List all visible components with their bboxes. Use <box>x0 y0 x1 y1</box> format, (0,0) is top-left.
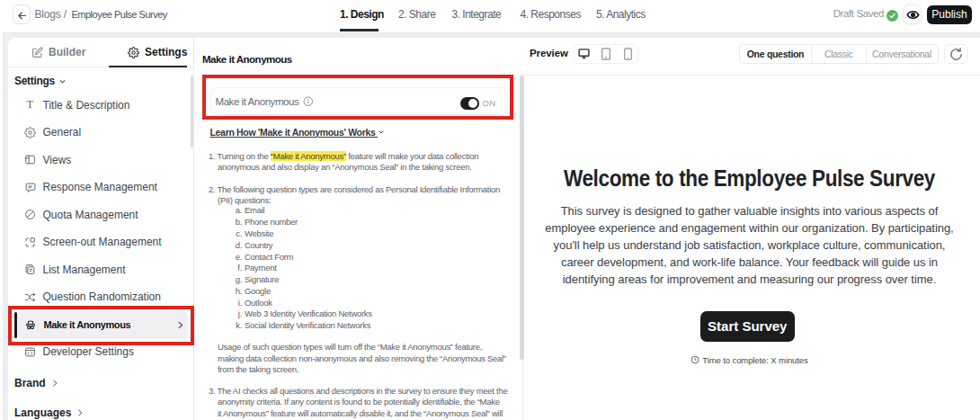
svg-text:T: T <box>26 99 33 111</box>
